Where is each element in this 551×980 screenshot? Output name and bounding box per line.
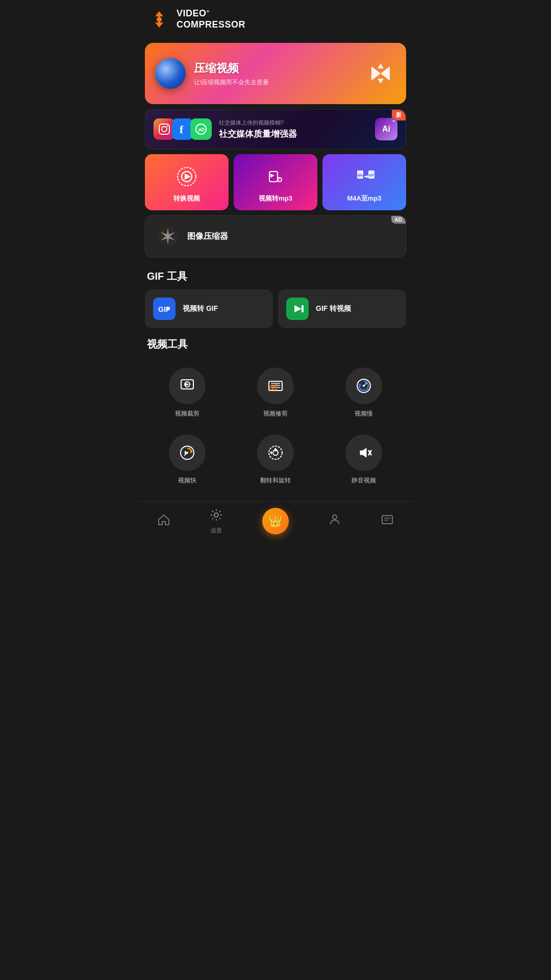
banner-sphere — [155, 58, 186, 89]
gif-tools: GIF 视频转 GIF GIF 转视频 — [145, 289, 406, 328]
gif-to-video-icon — [286, 298, 309, 320]
video-crop-icon — [169, 368, 206, 404]
gif-to-video-label: GIF 转视频 — [316, 304, 351, 313]
banner-content: 压缩视频 让\压缩视频而不会失去质量 — [155, 58, 269, 89]
svg-marker-7 — [378, 79, 384, 84]
svg-rect-5 — [158, 21, 160, 23]
video-tools-grid: 视频裁剪 视频修剪 — [138, 355, 413, 497]
app-title: Video● Compressor — [177, 8, 245, 30]
video-crop-label: 视频裁剪 — [175, 409, 199, 418]
banner-title: 压缩视频 — [194, 61, 269, 76]
flip-rotate-item[interactable]: 翻转和旋转 — [231, 426, 319, 493]
video-section-title: 视频工具 — [138, 330, 413, 355]
convert-video-icon — [174, 164, 199, 189]
banner-icon — [365, 58, 396, 89]
svg-text:M4A: M4A — [358, 174, 365, 177]
placeholder-icon-1 — [328, 513, 341, 529]
m4a-to-mp3-icon: M4A MP3 — [352, 164, 377, 189]
main-banner[interactable]: 压缩视频 让\压缩视频而不会失去质量 — [145, 43, 406, 104]
svg-point-3 — [157, 17, 162, 22]
video-to-mp3-icon: ♪ — [263, 164, 288, 189]
m4a-to-mp3-label: M4A至mp3 — [347, 194, 381, 203]
video-fast-icon — [169, 434, 206, 471]
image-compressor-icon — [156, 224, 180, 249]
video-to-mp3-label: 视频转mp3 — [259, 194, 292, 203]
crown-icon: 👑 — [268, 514, 282, 528]
app-logo — [148, 8, 170, 31]
svg-text:MP3: MP3 — [369, 174, 375, 177]
settings-icon — [210, 508, 223, 525]
banner-text: 压缩视频 让\压缩视频而不会失去质量 — [194, 61, 269, 87]
mute-video-icon — [345, 434, 382, 471]
social-icons: f — [154, 118, 209, 140]
svg-text:f: f — [180, 123, 184, 136]
ai-badge: Ai — [375, 118, 397, 140]
m4a-to-mp3-card[interactable]: M4A MP3 M4A至mp3 — [322, 154, 406, 210]
whatsapp-icon — [190, 118, 212, 140]
video-trim-label: 视频修剪 — [263, 409, 288, 418]
nav-placeholder-1[interactable] — [328, 513, 341, 529]
social-main-text: 社交媒体质量增强器 — [219, 128, 375, 140]
title-line2: Compressor — [177, 19, 245, 30]
video-to-gif-card[interactable]: GIF 视频转 GIF — [145, 289, 273, 328]
svg-marker-32 — [185, 383, 189, 386]
social-banner-text: 社交媒体上传的视频模糊? 社交媒体质量增强器 — [219, 119, 375, 140]
svg-point-10 — [167, 126, 168, 127]
svg-rect-58 — [382, 516, 392, 524]
video-fast-label: 视频快 — [178, 476, 196, 485]
convert-video-label: 转换视频 — [173, 194, 200, 203]
svg-point-57 — [333, 515, 337, 519]
video-to-gif-label: 视频转 GIF — [183, 304, 218, 313]
app-header: Video● Compressor — [138, 0, 413, 39]
flip-rotate-icon — [257, 434, 294, 471]
svg-marker-53 — [270, 451, 272, 455]
video-trim-item[interactable]: 视频修剪 — [231, 359, 319, 426]
mute-video-label: 静音视频 — [352, 476, 376, 485]
flip-rotate-label: 翻转和旋转 — [260, 476, 291, 485]
nav-center-button[interactable]: 👑 — [262, 508, 289, 534]
video-slow-icon — [345, 368, 382, 404]
svg-rect-4 — [158, 15, 160, 17]
video-trim-icon — [257, 368, 294, 404]
banner-subtitle: 让\压缩视频而不会失去质量 — [194, 78, 269, 87]
social-sub-text: 社交媒体上传的视频模糊? — [219, 119, 375, 127]
home-icon — [157, 513, 170, 529]
video-crop-item[interactable]: 视频裁剪 — [143, 359, 231, 426]
nav-home[interactable] — [157, 513, 170, 529]
svg-rect-29 — [302, 305, 304, 312]
image-compressor-label: 图像压缩器 — [187, 231, 228, 242]
placeholder-icon-2 — [381, 513, 394, 529]
svg-marker-6 — [378, 63, 384, 68]
video-fast-item[interactable]: 视频快 — [143, 426, 231, 493]
bottom-nav: 设置 👑 — [138, 501, 413, 545]
gif-section-title: GIF 工具 — [138, 262, 413, 287]
svg-point-9 — [162, 127, 167, 132]
svg-line-44 — [364, 383, 367, 386]
title-dot: ● — [207, 8, 210, 14]
nav-placeholder-2[interactable] — [381, 513, 394, 529]
tool-cards-row: 转换视频 ♪ 视频转mp3 M4A MP3 M4A至mp3 — [145, 154, 406, 210]
nav-settings[interactable]: 设置 — [210, 508, 223, 534]
video-slow-item[interactable]: 视频慢 — [320, 359, 408, 426]
ad-banner[interactable]: AD 图像压缩器 — [145, 215, 406, 257]
video-slow-label: 视频慢 — [355, 409, 373, 418]
convert-video-card[interactable]: 转换视频 — [145, 154, 229, 210]
settings-label: 设置 — [211, 527, 222, 534]
svg-marker-17 — [270, 174, 274, 178]
mute-video-item[interactable]: 静音视频 — [320, 426, 408, 493]
video-to-gif-icon: GIF — [153, 298, 176, 320]
svg-point-56 — [214, 513, 218, 517]
ad-badge: AD — [391, 216, 406, 224]
social-banner[interactable]: 新 f 社交媒体上传的视频模糊? 社交媒体质量增强器 Ai — [145, 109, 406, 149]
gif-to-video-card[interactable]: GIF 转视频 — [278, 289, 406, 328]
svg-marker-15 — [185, 174, 191, 180]
ai-label: Ai — [382, 125, 390, 134]
svg-marker-28 — [294, 305, 302, 312]
title-line1: Video — [177, 8, 207, 18]
video-to-mp3-card[interactable]: ♪ 视频转mp3 — [234, 154, 317, 210]
